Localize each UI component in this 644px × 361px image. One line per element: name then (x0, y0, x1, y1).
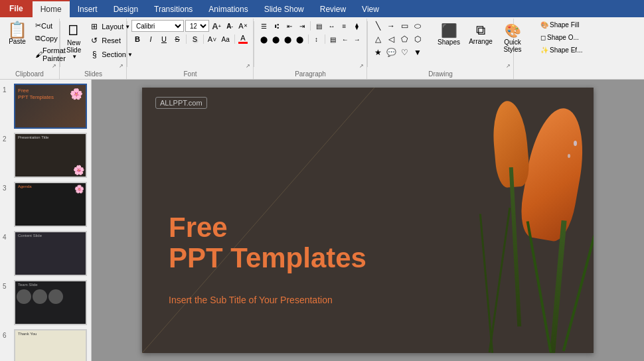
clipboard-group: 📋 Paste ✂ Cut ⧉ Copy 🖌 Format Painter Cl… (0, 19, 60, 79)
shape-callout[interactable]: 💬 (385, 46, 397, 58)
clear-format-button[interactable]: A✕ (237, 20, 249, 32)
paste-button[interactable]: 📋 Paste (4, 20, 31, 47)
shape-outline-label: Shape O... (547, 34, 579, 41)
slide-thumb-1[interactable]: 1 FreePPT Templates 🌸 (3, 84, 88, 129)
tab-design[interactable]: Design (106, 0, 146, 17)
slide-subtitle: Insert the Sub Title of Your Presentatio… (169, 295, 333, 305)
slide-canvas-area: ALLPPT.com (92, 80, 644, 361)
paragraph-label: Paragraph (254, 70, 366, 78)
slide-canvas[interactable]: ALLPPT.com (142, 88, 594, 353)
slides-group: 🗌 New Slide ▼ ⊞ Layout ▼ ↺ Reset § Secti… (60, 19, 127, 79)
slide-num-1: 1 (3, 86, 12, 94)
new-slide-button[interactable]: 🗌 New Slide ▼ (64, 20, 83, 62)
slide-thumb-3[interactable]: 3 Agenda 🌸 (3, 182, 88, 227)
slide-panel: 1 FreePPT Templates 🌸 2 Presentation Tit… (0, 80, 92, 361)
slide-title: Free PPT Templates (169, 212, 366, 273)
font-expand[interactable]: ↗ (244, 62, 252, 70)
shape-pent[interactable]: ⬠ (398, 33, 410, 45)
shape-fill-label: Shape Fill (550, 21, 579, 29)
shapes-button[interactable]: ⬛ Shapes (434, 20, 463, 56)
shape-star[interactable]: ★ (372, 46, 384, 58)
shape-fill-button[interactable]: 🎨 Shape Fill (538, 20, 585, 30)
numbering-button[interactable]: ⑆ (271, 20, 282, 32)
slide-num-2: 2 (3, 135, 12, 143)
text-direction-button[interactable]: ↔ (326, 20, 337, 32)
font-family-select[interactable]: Calibri (131, 20, 184, 32)
bold-button[interactable]: B (131, 33, 143, 45)
grow-font-button[interactable]: A+ (210, 20, 222, 32)
shape-effects-label: Shape Ef... (550, 46, 582, 54)
arrange-button[interactable]: ⧉ Arrange (466, 20, 495, 56)
char-spacing-button[interactable]: AV (206, 33, 218, 45)
shape-fill-icon: 🎨 (540, 21, 548, 29)
copy-label: Copy (40, 35, 58, 42)
underline-button[interactable]: U (158, 33, 170, 45)
increase-indent-button[interactable]: ⇥ (296, 20, 307, 32)
strikethrough-button[interactable]: S (171, 33, 183, 45)
align-text-button[interactable]: ≡ (339, 20, 350, 32)
shapes-icon: ⬛ (441, 23, 457, 38)
align-center-button[interactable]: ⬤ (270, 33, 281, 45)
quick-styles-icon: 🎨 (505, 23, 521, 38)
paragraph-expand[interactable]: ↗ (357, 62, 365, 70)
slide-title-line1: Free (169, 212, 366, 243)
slide-thumb-4[interactable]: 4 Content Slide (3, 231, 88, 276)
decrease-indent-button[interactable]: ⇤ (283, 20, 295, 32)
line-spacing-button[interactable]: ↕ (311, 33, 321, 45)
slides-expand[interactable]: ↗ (117, 62, 125, 70)
separator4 (310, 21, 311, 31)
change-case-button[interactable]: Aa (220, 33, 232, 45)
new-slide-label: New Slide (66, 39, 81, 54)
font-family-row: Calibri 12 A+ A- A✕ (131, 20, 249, 32)
italic-button[interactable]: I (145, 33, 157, 45)
shape-outline-button[interactable]: ◻ Shape O... (538, 33, 585, 42)
tab-bar: File Home Insert Design Transitions Anim… (0, 0, 644, 17)
quick-styles-button[interactable]: 🎨 Quick Styles (498, 20, 527, 56)
shape-oval[interactable]: ⬭ (412, 20, 424, 32)
tab-slideshow[interactable]: Slide Show (256, 0, 312, 17)
columns2-button[interactable]: ▤ (327, 33, 338, 45)
shape-rtri[interactable]: ◁ (385, 33, 397, 45)
shrink-font-button[interactable]: A- (224, 20, 236, 32)
paragraph-group: ☰ ⑆ ⇤ ⇥ ▤ ↔ ≡ ⧫ ⬤ ⬤ ⬤ ⬤ ↕ ▤ ← → (254, 19, 367, 79)
shape-rect[interactable]: ▭ (398, 20, 410, 32)
shape-effects-button[interactable]: ✨ Shape Ef... (538, 45, 585, 55)
slide-image-6: Thank You 🏃 (14, 329, 87, 361)
slide-watermark: ALLPPT.com (155, 97, 207, 109)
paragraph-row2: ⬤ ⬤ ⬤ ⬤ ↕ ▤ ← → (258, 33, 362, 45)
font-format-row: B I U S S AV Aa A (131, 33, 249, 45)
cut-icon: ✂ (35, 21, 41, 30)
tab-review[interactable]: Review (312, 0, 354, 17)
shape-more[interactable]: ▼ (412, 46, 424, 58)
rtl-button[interactable]: ← (340, 33, 351, 45)
tab-transitions[interactable]: Transitions (146, 0, 201, 17)
reset-label: Reset (102, 36, 121, 44)
columns-button[interactable]: ▤ (313, 20, 325, 32)
font-color-button[interactable]: A (237, 33, 249, 45)
convert-smartart-button[interactable]: ⧫ (351, 20, 362, 32)
tab-file[interactable]: File (0, 0, 33, 17)
align-right-button[interactable]: ⬤ (282, 33, 293, 45)
slide-num-4: 4 (3, 234, 12, 241)
font-size-select[interactable]: 12 (185, 20, 209, 32)
ltr-button[interactable]: → (352, 33, 362, 45)
slide-thumb-6[interactable]: 6 Thank You 🏃 (3, 329, 88, 361)
slide-thumb-5[interactable]: 5 Team Slide (3, 280, 88, 325)
shape-hex[interactable]: ⬡ (412, 33, 424, 45)
drawing-expand[interactable]: ↗ (504, 62, 512, 70)
clipboard-expand[interactable]: ↗ (50, 62, 58, 70)
shape-line[interactable]: ╲ (372, 20, 384, 32)
ribbon: 📋 Paste ✂ Cut ⧉ Copy 🖌 Format Painter Cl… (0, 17, 644, 80)
shape-arrow[interactable]: → (385, 20, 397, 32)
tab-animations[interactable]: Animations (201, 0, 256, 17)
bullets-button[interactable]: ☰ (258, 20, 270, 32)
shape-tri[interactable]: △ (372, 33, 384, 45)
justify-button[interactable]: ⬤ (295, 33, 305, 45)
tab-insert[interactable]: Insert (70, 0, 106, 17)
align-left-button[interactable]: ⬤ (258, 33, 269, 45)
text-shadow-button[interactable]: S (189, 33, 201, 45)
shape-heart[interactable]: ♡ (398, 46, 410, 58)
tab-home[interactable]: Home (33, 0, 70, 17)
slide-thumb-2[interactable]: 2 Presentation Title 🌸 (3, 133, 88, 178)
tab-view[interactable]: View (354, 0, 387, 17)
